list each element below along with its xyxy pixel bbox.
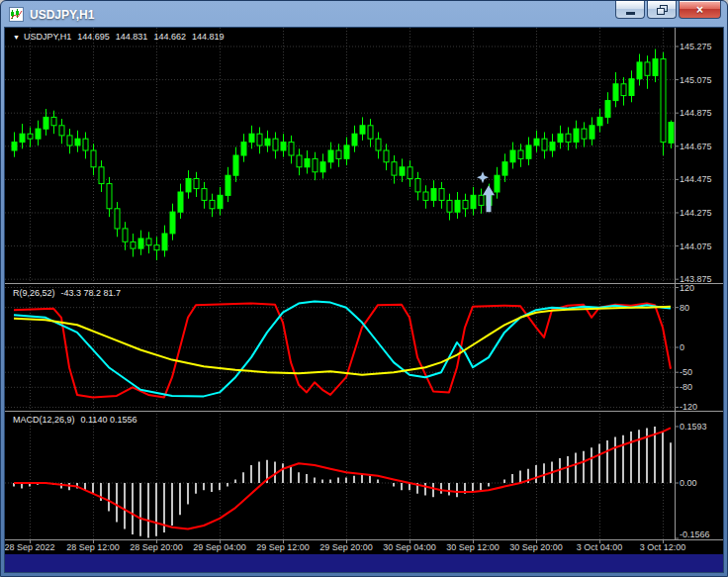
axis-label: -80	[680, 382, 692, 392]
window-controls: ×	[615, 1, 721, 28]
axis-label: 0	[680, 342, 684, 352]
axis-label: 144.475	[680, 174, 712, 184]
axis-label: 0.00	[680, 478, 697, 488]
axis-label: 80	[680, 303, 689, 313]
restore-icon	[657, 5, 668, 15]
window-bottom-strip	[5, 554, 723, 572]
axis-label: 30 Sep 04:00	[383, 542, 436, 552]
restore-button[interactable]	[647, 1, 677, 19]
axis-label: 144.875	[680, 108, 712, 118]
ohlc-open: 144.695	[77, 32, 110, 42]
chart-ohlc-readout: ▼USDJPY,H1144.695144.831144.662144.819	[13, 32, 224, 43]
axis-label: 28 Sep 20:00	[130, 542, 183, 552]
axis-label: 120	[680, 283, 694, 293]
macd-name: MACD(12,26,9)	[13, 415, 75, 425]
axis-label: 3 Oct 12:00	[640, 542, 686, 552]
symbol-dropdown-icon[interactable]: ▼	[13, 34, 20, 41]
axis-label: 0.1593	[680, 422, 707, 432]
ohlc-close: 144.819	[192, 32, 225, 42]
axis-label: 144.275	[680, 208, 712, 218]
axis-label: 145.275	[680, 42, 712, 51]
axis-label: 29 Sep 12:00	[256, 542, 310, 552]
window-icon	[9, 7, 24, 22]
close-icon: ×	[696, 3, 703, 17]
window-title: USDJPY,H1	[30, 8, 94, 22]
ohlc-high: 144.831	[116, 32, 148, 42]
axis-label: 3 Oct 04:00	[577, 542, 623, 552]
axis-label: -50	[680, 367, 692, 377]
minimize-button[interactable]	[615, 1, 645, 19]
axis-label: 28 Sep 2022	[5, 542, 55, 552]
axis-label: 30 Sep 20:00	[509, 542, 563, 552]
chart-area[interactable]: 145.275145.075144.875144.675144.475144.2…	[5, 28, 723, 554]
macd-values: 0.1140 0.1556	[81, 415, 137, 425]
oscillator-name: R(9,26,52)	[13, 288, 55, 298]
axis-label: -120	[680, 402, 697, 412]
ohlc-low: 144.662	[153, 32, 186, 42]
axis-label: 144.675	[680, 142, 712, 151]
axis-label: 28 Sep 12:00	[66, 542, 120, 552]
axis-label: 145.075	[680, 75, 712, 85]
mt4-chart-window: USDJPY,H1 × 145.275145.075144.875144.675…	[0, 0, 728, 577]
axis-label: 29 Sep 04:00	[193, 542, 246, 552]
axis-label: 30 Sep 12:00	[446, 542, 500, 552]
oscillator-values: -43.3 78.2 81.7	[61, 288, 122, 298]
chart-client-area: 145.275145.075144.875144.675144.475144.2…	[5, 28, 723, 572]
macd-label: MACD(12,26,9)0.1140 0.1556	[13, 415, 136, 426]
minimize-icon	[626, 4, 635, 15]
close-button[interactable]: ×	[679, 1, 721, 19]
axis-label: -0.1566	[680, 529, 710, 539]
axis-label: 29 Sep 20:00	[319, 542, 373, 552]
symbol-label: USDJPY,H1	[24, 32, 71, 42]
oscillator-label: R(9,26,52)-43.3 78.2 81.7	[13, 288, 121, 299]
titlebar[interactable]: USDJPY,H1 ×	[1, 1, 727, 28]
axis-label: 144.075	[680, 241, 712, 251]
